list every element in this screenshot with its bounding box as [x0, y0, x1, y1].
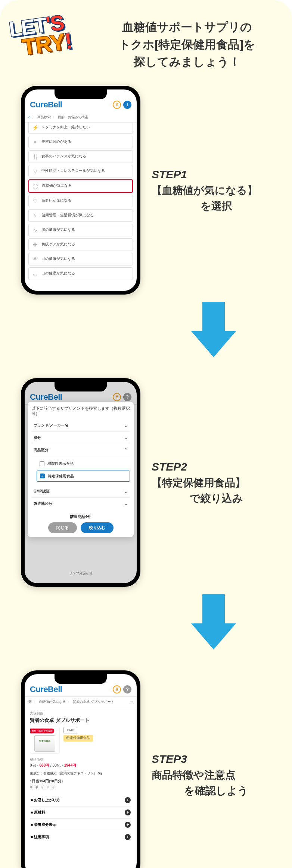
home-icon[interactable]: ⌂: [28, 115, 30, 119]
category-item[interactable]: ⚕健康管理・生活習慣が気になる: [28, 209, 133, 222]
intro-text: 血糖値サポートサプリの トクホ[特定保健用食品]を 探してみましょう！: [93, 11, 281, 71]
plus-icon: +: [125, 834, 131, 840]
cost-rating: ¥ ¥ ¥ ¥ ¥: [30, 784, 131, 790]
brand-logo: CureBell: [30, 100, 62, 110]
phone-step3: CureBell ¥ ? 索 〉 血糖値が気になる 〉 賢者の食卓 ダブルサポー…: [21, 670, 140, 868]
category-item[interactable]: ⚡スタミナを向上・維持したい: [28, 123, 133, 134]
plus-icon: +: [125, 822, 131, 828]
filter-gmp[interactable]: GMP認証⌄: [31, 485, 130, 498]
background-text: リンの分泌を促: [32, 571, 129, 576]
tokuho-tag: 特定保健用食品: [63, 735, 93, 742]
chevron-up-icon: ⌃: [124, 447, 128, 453]
close-button[interactable]: 閉じる: [48, 522, 77, 533]
page: LET'S TRY! 血糖値サポートサプリの トクホ[特定保健用食品]を 探して…: [0, 0, 292, 868]
accordion-nutrition[interactable]: ■ 栄養成分表示+: [30, 818, 131, 831]
step-3: CureBell ¥ ? 索 〉 血糖値が気になる 〉 賢者の食卓 ダブルサポー…: [11, 670, 281, 868]
immune-icon: ✚: [32, 241, 38, 248]
eye-icon: 👁: [32, 256, 38, 262]
coin-icon[interactable]: ¥: [113, 101, 121, 109]
beauty-icon: ✦: [32, 139, 38, 145]
coin-icon[interactable]: ¥: [113, 685, 121, 694]
bp-icon: ♡: [32, 198, 38, 204]
accordion-ingredients[interactable]: ■ 原材料+: [30, 806, 131, 818]
step2-caption: STEP2 【特定保健用食品】 で絞り込み: [152, 458, 281, 506]
image-ribbon: 糖分・脂肪 中性脂肪: [30, 729, 54, 733]
plus-icon: +: [125, 809, 131, 815]
phone-notch: [55, 674, 107, 684]
stamina-icon: ⚡: [32, 124, 38, 131]
crumb-item[interactable]: 血糖値が気になる: [39, 699, 66, 704]
chevron-down-icon: ⌄: [124, 501, 128, 506]
phone-notch: [55, 89, 107, 99]
breadcrumb: ⌂ 〉 商品検索 〉 目的・お悩みで検索: [25, 112, 137, 123]
category-item[interactable]: ▽中性脂肪・コレステロールが気になる: [28, 165, 133, 177]
step3-caption: STEP3 商品特徴や注意点 を確認しよう: [152, 751, 281, 799]
checkbox-tokuho[interactable]: 特定保健用食品: [37, 471, 130, 482]
filter-brand[interactable]: ブランド/メーカー名⌄: [31, 419, 130, 432]
price-line: 9包・680円 / 30包・1944円: [30, 763, 131, 768]
crumb-item: 賢者の食卓 ダブルサポート: [73, 699, 114, 704]
arrow-down-icon: [191, 302, 236, 362]
product-detail: 大塚製薬 賢者の食卓 ダブルサポート 糖分・脂肪 中性脂肪 GMP 特定保健用食…: [25, 707, 137, 847]
category-item[interactable]: 👁目の健康が気になる: [28, 253, 133, 265]
step-1: CureBell ¥ i ⌂ 〉 商品検索 〉 目的・お悩みで検索 ⚡スタミナを…: [11, 86, 281, 295]
filter-region[interactable]: 製造地区分⌄: [31, 498, 130, 510]
filter-modal: 以下に該当するサプリメントを検索します（複数選択可） ブランド/メーカー名⌄ 成…: [28, 402, 134, 537]
category-item-highlighted[interactable]: ◯血糖値が気になる: [28, 179, 133, 193]
phone-notch: [55, 382, 107, 391]
category-item[interactable]: 🍴食事のバランスが気になる: [28, 150, 133, 163]
fat-icon: ▽: [32, 168, 38, 174]
category-item[interactable]: ∿腸の健康が気になる: [28, 224, 133, 236]
filter-ingredient[interactable]: 成分⌄: [31, 432, 130, 444]
main-ingredient: 主成分：食物繊維（難消化性デキストリン） 5g: [30, 771, 131, 776]
mouth-icon: ◡: [32, 270, 38, 277]
more-icon[interactable]: ⋯: [130, 700, 133, 704]
brand-logo: CureBell: [30, 685, 62, 694]
accordion-usage[interactable]: ■ お召し上がり方+: [30, 794, 131, 806]
result-count: 該当商品4件: [31, 514, 130, 519]
modal-heading: 以下に該当するサプリメントを検索します（複数選択可）: [31, 406, 130, 416]
lets-try-badge: LET'S TRY!: [8, 10, 93, 72]
crumb-item[interactable]: 索: [28, 699, 32, 704]
sugar-icon: ◯: [32, 183, 39, 189]
product-image: 糖分・脂肪 中性脂肪: [30, 727, 60, 754]
apply-filter-button[interactable]: 絞り込む: [81, 522, 114, 533]
crumb-item[interactable]: 商品検索: [37, 115, 51, 120]
daily-cost: 1日当194円(10日分): [30, 779, 131, 784]
phone-step1: CureBell ¥ i ⌂ 〉 商品検索 〉 目的・お悩みで検索 ⚡スタミナを…: [21, 86, 140, 295]
gmp-tag: GMP: [63, 727, 77, 733]
category-item[interactable]: ◡口の健康が気になる: [28, 267, 133, 280]
category-item[interactable]: ♡高血圧が気になる: [28, 195, 133, 207]
meal-icon: 🍴: [32, 153, 38, 160]
step-2: CureBell ¥ ? リンの分泌を促 以下に該当するサプリメントを検索します…: [11, 378, 281, 587]
info-icon[interactable]: i: [123, 101, 131, 109]
health-icon: ⚕: [32, 212, 38, 219]
checkbox-functional-food[interactable]: 機能性表示食品: [37, 459, 130, 469]
phone-step2: CureBell ¥ ? リンの分泌を促 以下に該当するサプリメントを検索します…: [21, 378, 140, 587]
breadcrumb: 索 〉 血糖値が気になる 〉 賢者の食卓 ダブルサポート ⋯: [25, 697, 137, 707]
help-icon[interactable]: ?: [123, 685, 131, 694]
chevron-down-icon: ⌄: [124, 423, 128, 428]
price-label: 税込価格: [30, 757, 131, 762]
accordion-caution[interactable]: ■ 注意事項+: [30, 831, 131, 843]
step1-caption: STEP1 【血糖値が気になる】 を選択: [152, 166, 281, 214]
category-list: ⚡スタミナを向上・維持したい ✦美容に関心がある 🍴食事のバランスが気になる ▽…: [25, 123, 137, 291]
crumb-item: 目的・お悩みで検索: [58, 115, 88, 120]
product-name: 賢者の食卓 ダブルサポート: [30, 717, 131, 724]
maker-name: 大塚製薬: [30, 711, 131, 716]
chevron-down-icon: ⌄: [124, 489, 128, 494]
chevron-down-icon: ⌄: [124, 435, 128, 440]
category-item[interactable]: ✚免疫ケアが気になる: [28, 238, 133, 251]
gut-icon: ∿: [32, 227, 38, 233]
filter-category[interactable]: 商品区分⌃: [31, 444, 130, 456]
category-item[interactable]: ✦美容に関心がある: [28, 136, 133, 148]
plus-icon: +: [125, 797, 131, 803]
arrow-down-icon: [191, 594, 236, 654]
